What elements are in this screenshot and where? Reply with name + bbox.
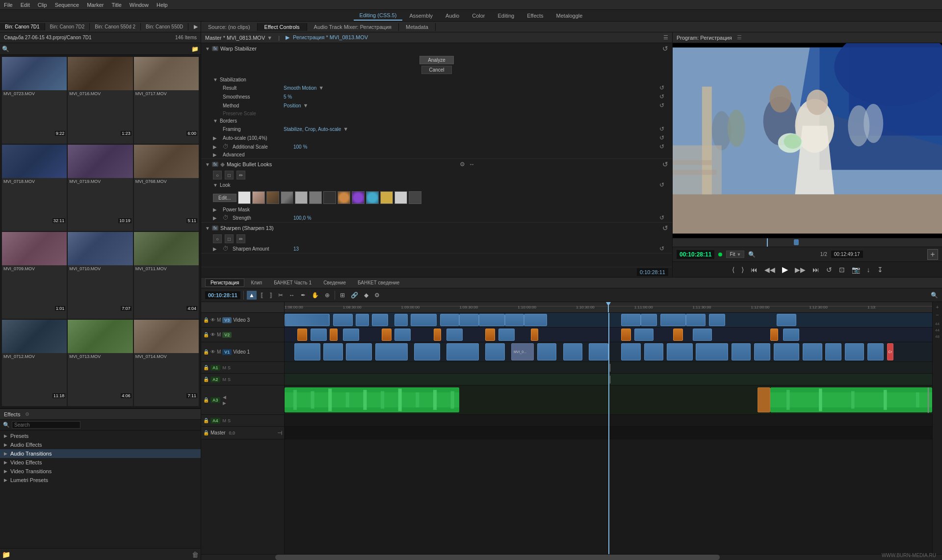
fx-mbl-more[interactable]: ↔ bbox=[469, 161, 475, 168]
strength-reset[interactable]: ↺ bbox=[659, 214, 664, 221]
bin-item-6[interactable]: MVI_0709.MOV 1:01 bbox=[2, 232, 67, 319]
effects-item-video-transitions[interactable]: ▶ Video Transitions bbox=[0, 467, 201, 476]
pm-menu-icon[interactable]: ☰ bbox=[737, 34, 742, 41]
v1-clip-4[interactable] bbox=[375, 343, 408, 360]
tl-settings-btn[interactable]: ⚙ bbox=[372, 291, 382, 300]
pm-insert-btn[interactable]: ↓ bbox=[865, 265, 872, 275]
v1-clip-1[interactable] bbox=[294, 343, 320, 360]
bin-tab-7d1[interactable]: Bin: Canon 7D1 bbox=[0, 23, 45, 30]
sharpen-amount-reset[interactable]: ↺ bbox=[659, 245, 664, 252]
v1-clip-11[interactable] bbox=[621, 343, 641, 360]
v1-clip-15[interactable] bbox=[732, 343, 751, 360]
bin-item-8[interactable]: MVI_0711.MOV 4:04 bbox=[134, 232, 199, 319]
look-swatch-12[interactable] bbox=[409, 191, 421, 204]
tab-audio-track-mixer[interactable]: Audio Track Mixer: Регистрация bbox=[307, 23, 399, 31]
look-swatch-6[interactable] bbox=[323, 191, 336, 204]
a4-lock[interactable]: 🔒 bbox=[203, 418, 209, 423]
v3-clip-13[interactable] bbox=[641, 314, 657, 326]
ws-tab-audio[interactable]: Audio bbox=[440, 11, 465, 20]
fx-mbl-header[interactable]: ▼ fx ◆ Magic Bullet Looks ⚙ ↔ ↺ bbox=[201, 159, 672, 170]
tl-razor-tool[interactable]: ✂ bbox=[276, 291, 285, 300]
v3-clip-1[interactable] bbox=[285, 314, 330, 326]
fx-sharpen-reset[interactable]: ↺ bbox=[662, 224, 668, 232]
pm-overwrite-btn[interactable]: ↧ bbox=[875, 265, 885, 275]
v1-clip-mvi[interactable]: MVI_0... bbox=[511, 343, 534, 360]
tl-zoom-tool[interactable]: ⊕ bbox=[323, 291, 332, 300]
result-reset[interactable]: ↺ bbox=[659, 84, 664, 91]
tl-pen-tool[interactable]: ✒ bbox=[299, 291, 308, 300]
pm-mark-in-btn[interactable]: ⟨ bbox=[730, 265, 736, 275]
ec-master-dropdown-icon[interactable]: ▼ bbox=[267, 35, 272, 41]
pm-add-button[interactable]: + bbox=[927, 249, 938, 260]
v2-clip-orange-2[interactable] bbox=[330, 329, 338, 341]
v1-clip-19[interactable] bbox=[825, 343, 841, 360]
look-swatch-2[interactable] bbox=[266, 191, 279, 204]
strength-value[interactable]: 100,0 % bbox=[293, 215, 657, 221]
addscale-value[interactable]: 100 % bbox=[293, 144, 657, 150]
v1-clip-16[interactable] bbox=[754, 343, 770, 360]
analyze-button[interactable]: Analyze bbox=[419, 56, 454, 64]
v3-clip-9[interactable] bbox=[479, 314, 505, 326]
look-swatch-3[interactable] bbox=[281, 191, 293, 204]
v2-clip-orange-9[interactable] bbox=[770, 329, 778, 341]
bin-item-10[interactable]: MVI_0713.MOV 4:06 bbox=[68, 320, 132, 407]
tab-metadata[interactable]: Metadata bbox=[399, 23, 436, 31]
v1-clip-10[interactable] bbox=[589, 343, 608, 360]
menu-marker[interactable]: Marker bbox=[87, 2, 104, 8]
menu-file[interactable]: File bbox=[4, 2, 13, 8]
fx-mbl-square-icon[interactable]: □ bbox=[225, 171, 234, 179]
addscale-reset[interactable]: ↺ bbox=[659, 143, 664, 150]
framing-dropdown[interactable]: Stabilize, Crop, Auto-scale ▼ bbox=[284, 126, 348, 132]
v2-clip-1[interactable] bbox=[311, 329, 327, 341]
ws-tab-editing[interactable]: Editing bbox=[492, 11, 521, 20]
a3-orange-clip[interactable] bbox=[758, 387, 770, 412]
ws-tab-metaloggle[interactable]: Metaloggle bbox=[550, 11, 589, 20]
bin-search-icon[interactable]: 🔍 bbox=[2, 46, 9, 52]
menu-clip[interactable]: Clip bbox=[38, 2, 47, 8]
v2-sync[interactable]: M bbox=[217, 332, 221, 337]
autoscale-reset[interactable]: ↺ bbox=[659, 134, 664, 141]
v1-clip-2[interactable] bbox=[323, 343, 343, 360]
v3-clip-16[interactable] bbox=[709, 314, 725, 326]
v2-vis[interactable]: 👁 bbox=[210, 332, 215, 337]
bin-tabs-overflow[interactable]: ▶ bbox=[191, 24, 201, 30]
sharpen-amount-value[interactable]: 13 bbox=[293, 246, 657, 252]
bin-folder-icon[interactable]: 📁 bbox=[191, 46, 199, 52]
smoothness-value[interactable]: 5 % bbox=[284, 94, 657, 100]
v3-vis[interactable]: 👁 bbox=[210, 317, 215, 323]
menu-help[interactable]: Help bbox=[157, 2, 168, 8]
pm-loop-btn[interactable]: ↺ bbox=[824, 265, 834, 275]
pm-step-forward-btn[interactable]: ⏭ bbox=[811, 265, 821, 275]
v2-clip-orange-7[interactable] bbox=[621, 329, 631, 341]
effects-item-video-effects[interactable]: ▶ Video Effects bbox=[0, 458, 201, 467]
pm-mark-out-btn[interactable]: ⟩ bbox=[739, 265, 746, 275]
result-dropdown[interactable]: Smooth Motion ▼ bbox=[284, 85, 324, 91]
menu-edit[interactable]: Edit bbox=[21, 2, 30, 8]
v2-clip-2[interactable] bbox=[343, 329, 359, 341]
v3-clip-4[interactable] bbox=[372, 314, 388, 326]
bin-tab-7d2[interactable]: Bin: Canon 7D2 bbox=[45, 23, 90, 30]
v2-clip-orange-8[interactable] bbox=[673, 329, 683, 341]
timeline-tab-banket1[interactable]: БАНКЕТ Часть 1 bbox=[268, 279, 317, 287]
timeline-tab-reg[interactable]: Регистрация bbox=[205, 279, 244, 287]
pm-zoom-icon[interactable]: 🔍 bbox=[748, 251, 756, 258]
bin-item-9[interactable]: MVI_0712.MOV 11:18 bbox=[2, 320, 67, 407]
v2-clip-7[interactable] bbox=[693, 329, 712, 341]
bin-item-4[interactable]: MVI_0719.MOV 10:19 bbox=[68, 145, 132, 231]
look-swatch-7[interactable] bbox=[338, 191, 350, 204]
effects-item-audio-effects[interactable]: ▶ Audio Effects bbox=[0, 440, 201, 449]
a2-lock[interactable]: 🔒 bbox=[203, 377, 209, 382]
v2-lock[interactable]: 🔒 bbox=[203, 332, 209, 337]
a4-s[interactable]: S bbox=[228, 418, 231, 423]
look-swatch-5[interactable] bbox=[309, 191, 322, 204]
bin-item-7[interactable]: MVI_0710.MOV 7:07 bbox=[68, 232, 132, 319]
tl-ripple-tool[interactable]: ⟦ bbox=[259, 291, 265, 300]
v2-clip-3[interactable] bbox=[394, 329, 411, 341]
a1-s[interactable]: S bbox=[228, 365, 231, 370]
v1-clip-14[interactable] bbox=[696, 343, 728, 360]
master-lock[interactable]: 🔒 bbox=[203, 430, 209, 435]
effects-gear-icon[interactable]: ⚙ bbox=[25, 411, 29, 417]
a2-s[interactable]: S bbox=[228, 377, 231, 382]
ws-tab-color[interactable]: Color bbox=[466, 11, 491, 20]
ws-tab-assembly[interactable]: Assembly bbox=[403, 11, 439, 20]
